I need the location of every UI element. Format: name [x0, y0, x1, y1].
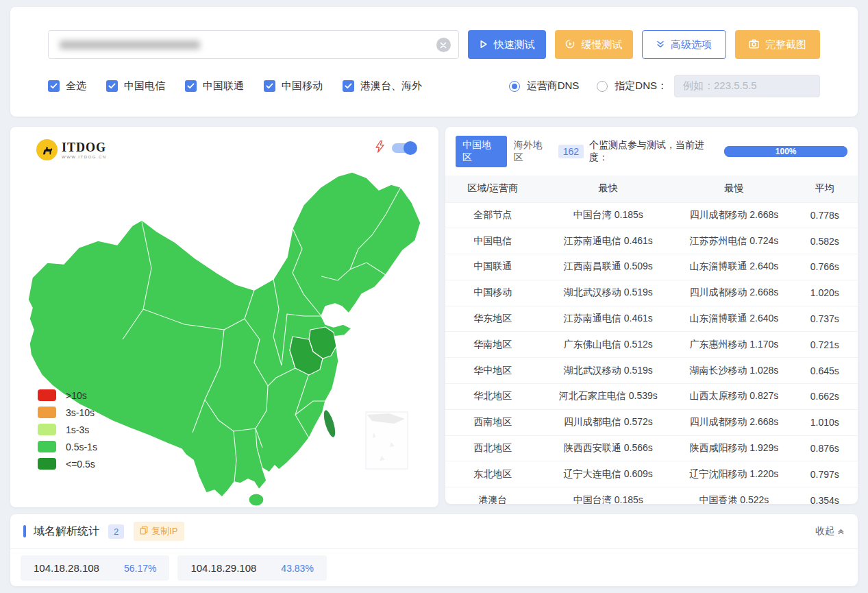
isp-checkbox-3[interactable]: 中国移动	[264, 80, 323, 93]
ip-address: 104.18.28.108	[34, 562, 99, 574]
legend-swatch	[38, 389, 56, 401]
fast-test-button[interactable]: 快速测试	[468, 30, 546, 59]
play-icon	[479, 39, 488, 51]
column-header: 最慢	[676, 176, 792, 202]
custom-dns-label: 指定DNS：	[615, 80, 667, 93]
speed-mode-toggle[interactable]	[392, 143, 416, 153]
table-cell: 江苏南通电信 0.461s	[540, 228, 676, 254]
legend-swatch	[38, 424, 56, 435]
map-panel: ITDOG WWW.ITDOG.CN	[10, 127, 438, 507]
table-row: 中国电信江苏南通电信 0.461s江苏苏州电信 0.724s0.582s	[445, 228, 858, 254]
table-cell: 湖南长沙移动 1.028s	[676, 358, 792, 384]
table-row: 全部节点中国台湾 0.185s四川成都移动 2.668s0.778s	[445, 202, 858, 228]
custom-dns-input[interactable]: 例如：223.5.5.5	[674, 75, 820, 97]
table-cell: 华东地区	[445, 306, 540, 332]
table-cell: 四川成都移动 2.668s	[676, 202, 792, 228]
column-header: 区域/运营商	[445, 176, 540, 202]
isp-checkbox-label: 中国联通	[203, 80, 244, 93]
table-cell: 辽宁大连电信 0.609s	[540, 461, 676, 487]
isp-checkbox-4[interactable]: 港澳台、海外	[343, 80, 422, 93]
test-control-panel: 快速测试 缓慢测试 高级选项 完整截图 全选中国电信中国联通中国移动港澳台、海外…	[10, 7, 858, 117]
custom-dns-placeholder: 例如：223.5.5.5	[683, 80, 757, 93]
table-row: 西南地区四川成都电信 0.572s四川成都移动 2.668s1.010s	[445, 409, 858, 435]
column-header: 最快	[540, 176, 676, 202]
url-input[interactable]	[48, 30, 459, 59]
table-cell: 0.582s	[792, 228, 858, 254]
table-row: 华北地区河北石家庄电信 0.539s山西太原移动 0.827s0.662s	[445, 384, 858, 410]
table-cell: 港澳台	[445, 487, 540, 504]
table-cell: 0.662s	[792, 384, 858, 410]
progress-text: 个监测点参与测试，当前进度：	[589, 139, 720, 164]
ip-list: 104.18.28.10856.17%104.18.29.10843.83%	[10, 549, 858, 587]
table-cell: 0.645s	[792, 358, 858, 384]
table-cell: 陕西咸阳移动 1.929s	[676, 435, 792, 461]
legend-item: 0.5s-1s	[38, 441, 97, 452]
table-cell: 0.766s	[792, 254, 858, 280]
checkbox-check-icon	[106, 80, 118, 92]
ip-chip[interactable]: 104.18.28.10856.17%	[21, 555, 169, 581]
table-cell: 中国联通	[445, 254, 540, 280]
legend-item: 1s-3s	[38, 424, 97, 435]
table-cell: 西南地区	[445, 409, 540, 435]
slow-test-label: 缓慢测试	[581, 38, 622, 51]
table-cell: 1.020s	[792, 280, 858, 306]
legend-label: 0.5s-1s	[66, 441, 97, 452]
legend-item: <=0.5s	[38, 458, 97, 470]
tab-china-region[interactable]: 中国地区	[456, 136, 507, 167]
legend-label: <=0.5s	[66, 459, 95, 470]
table-cell: 华南地区	[445, 332, 540, 358]
table-cell: 陕西西安联通 0.566s	[540, 435, 676, 461]
table-cell: 山西太原移动 0.827s	[676, 384, 792, 410]
table-cell: 辽宁沈阳移动 1.220s	[676, 461, 792, 487]
isp-checkbox-0[interactable]: 全选	[48, 80, 86, 93]
table-cell: 中国电信	[445, 228, 540, 254]
table-cell: 河北石家庄电信 0.539s	[540, 384, 676, 410]
table-cell: 四川成都移动 2.668s	[676, 409, 792, 435]
copy-ip-label: 复制IP	[151, 525, 177, 537]
slow-test-button[interactable]: 缓慢测试	[555, 30, 633, 59]
brand-name: ITDOG	[62, 141, 107, 154]
dns-option-group: 运营商DNS 指定DNS： 例如：223.5.5.5	[509, 75, 820, 97]
tab-overseas-region[interactable]: 海外地区	[507, 136, 558, 167]
legend-label: 1s-3s	[66, 424, 89, 435]
table-row: 中国联通江西南昌联通 0.509s山东淄博联通 2.640s0.766s	[445, 254, 858, 280]
ip-chip[interactable]: 104.18.29.10843.83%	[177, 555, 326, 581]
dog-icon	[36, 139, 58, 160]
full-screenshot-button[interactable]: 完整截图	[735, 30, 820, 59]
copy-ip-button[interactable]: 复制IP	[134, 522, 184, 541]
table-cell: 中国台湾 0.185s	[540, 202, 676, 228]
table-row: 华中地区湖北武汉移动 0.519s湖南长沙移动 1.028s0.645s	[445, 358, 858, 384]
checkbox-check-icon	[343, 80, 354, 92]
custom-dns-radio[interactable]	[597, 81, 608, 92]
table-cell: 华中地区	[445, 358, 540, 384]
isp-checkbox-label: 全选	[66, 80, 86, 93]
carrier-dns-radio[interactable]	[509, 81, 520, 92]
clear-input-icon[interactable]	[436, 38, 451, 52]
isp-checkbox-label: 中国移动	[282, 80, 323, 93]
isp-checkbox-1[interactable]: 中国电信	[106, 80, 165, 93]
province-hainan[interactable]	[249, 494, 264, 506]
table-cell: 西北地区	[445, 435, 540, 461]
checkbox-check-icon	[185, 80, 197, 92]
isp-checkbox-2[interactable]: 中国联通	[185, 80, 244, 93]
isp-checkbox-group: 全选中国电信中国联通中国移动港澳台、海外	[48, 80, 422, 93]
table-cell: 四川成都移动 2.668s	[676, 280, 792, 306]
south-china-sea-inset	[366, 412, 408, 469]
table-row: 华南地区广东佛山电信 0.512s广东惠州移动 1.170s0.721s	[445, 332, 858, 358]
advanced-options-button[interactable]: 高级选项	[642, 30, 726, 59]
table-cell: 山东淄博联通 2.640s	[676, 254, 792, 280]
province-taiwan[interactable]	[321, 409, 338, 439]
table-cell: 0.354s	[792, 487, 858, 504]
collapse-toggle[interactable]: 收起	[815, 525, 845, 537]
monitor-count-badge: 162	[558, 145, 584, 158]
fast-test-label: 快速测试	[494, 38, 535, 51]
legend-label: >10s	[66, 390, 87, 401]
checkbox-check-icon	[264, 80, 275, 92]
table-cell: 全部节点	[445, 202, 540, 228]
full-screenshot-label: 完整截图	[765, 38, 806, 51]
table-cell: 东北地区	[445, 461, 540, 487]
table-cell: 华北地区	[445, 384, 540, 410]
ip-address: 104.18.29.108	[190, 562, 256, 574]
table-cell: 0.721s	[792, 332, 858, 358]
results-table: 区域/运营商最快最慢平均 全部节点中国台湾 0.185s四川成都移动 2.668…	[445, 176, 858, 504]
